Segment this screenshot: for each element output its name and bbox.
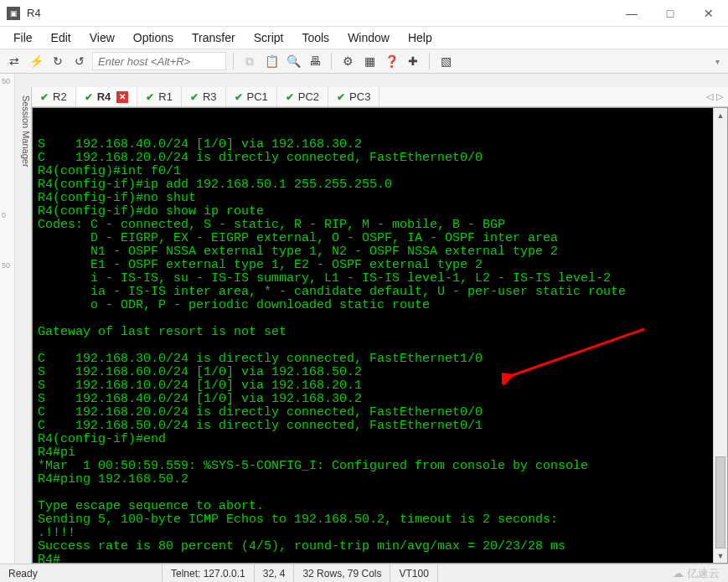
- watermark-text: 亿速云: [687, 566, 720, 581]
- settings-icon[interactable]: ⚙: [338, 52, 357, 70]
- check-icon: ✔: [235, 91, 243, 103]
- paste-icon[interactable]: 📋: [262, 52, 281, 70]
- help-icon[interactable]: ❓: [382, 52, 400, 70]
- scroll-down-icon[interactable]: ▼: [714, 549, 727, 563]
- minimize-button[interactable]: —: [612, 0, 651, 27]
- extra-icon[interactable]: ▧: [436, 52, 455, 70]
- status-bar: Ready Telnet: 127.0.0.1 32, 4 32 Rows, 7…: [0, 564, 728, 582]
- quick-icon[interactable]: ⚡: [27, 52, 45, 70]
- terminal-output[interactable]: S 192.168.40.0/24 [1/0] via 192.168.30.2…: [33, 108, 713, 563]
- menu-transfer[interactable]: Transfer: [192, 31, 235, 44]
- ruler-tick: 50: [2, 77, 10, 85]
- ruler-tick: 50: [2, 261, 10, 270]
- copy-icon[interactable]: ⧉: [240, 52, 259, 70]
- tab-nav-right-icon[interactable]: ▷: [716, 91, 723, 102]
- terminal-pane: S 192.168.40.0/24 [1/0] via 192.168.30.2…: [32, 107, 728, 564]
- menu-script[interactable]: Script: [254, 31, 284, 44]
- status-connection: Telnet: 127.0.0.1: [163, 564, 255, 582]
- terminal-text: S 192.168.40.0/24 [1/0] via 192.168.30.2…: [38, 138, 708, 563]
- window-title: R4: [27, 7, 41, 19]
- scroll-up-icon[interactable]: ▲: [714, 108, 727, 122]
- toolbar-overflow-icon[interactable]: ▾: [712, 57, 723, 66]
- tab-pc2[interactable]: ✔PC2: [277, 87, 328, 106]
- tab-label: PC3: [349, 90, 370, 103]
- status-ready: Ready: [0, 564, 163, 582]
- tab-r3[interactable]: ✔R3: [182, 87, 226, 106]
- close-tab-icon[interactable]: ✕: [116, 91, 128, 103]
- window-controls: — □ ✕: [612, 0, 728, 27]
- check-icon: ✔: [40, 91, 49, 103]
- watermark: ☁ 亿速云: [673, 566, 728, 581]
- tab-r1[interactable]: ✔R1: [137, 87, 182, 106]
- sessions-icon[interactable]: ▦: [360, 52, 379, 70]
- session-manager-strip[interactable]: Session Manager: [15, 87, 32, 564]
- menu-bar: File Edit View Options Transfer Script T…: [0, 27, 728, 49]
- menu-file[interactable]: File: [13, 31, 33, 44]
- tab-label: PC1: [247, 90, 268, 103]
- reconnect-icon[interactable]: ↻: [49, 52, 67, 70]
- find-icon[interactable]: 🔍: [284, 52, 302, 70]
- new-icon[interactable]: ✚: [404, 52, 422, 70]
- tab-label: PC2: [298, 90, 319, 103]
- title-bar: ▣ R4 — □ ✕: [0, 0, 728, 27]
- tab-label: R3: [203, 90, 217, 103]
- tab-r4[interactable]: ✔R4✕: [76, 87, 138, 106]
- tab-pc1[interactable]: ✔PC1: [226, 87, 277, 106]
- tab-label: R4: [97, 90, 111, 103]
- tab-nav: ◁ ▷: [701, 87, 728, 106]
- maximize-button[interactable]: □: [651, 0, 689, 27]
- scroll-thumb[interactable]: [715, 456, 725, 549]
- status-emulation: VT100: [390, 564, 437, 582]
- host-input[interactable]: [92, 52, 226, 70]
- ruler-tick: 0: [2, 211, 6, 219]
- menu-help[interactable]: Help: [408, 31, 432, 44]
- menu-view[interactable]: View: [90, 31, 115, 44]
- status-cursor-pos: 32, 4: [255, 564, 295, 582]
- toolbar: ⇄ ⚡ ↻ ↺ ⧉ 📋 🔍 🖶 ⚙ ▦ ❓ ✚ ▧ ▾: [0, 49, 728, 74]
- menu-window[interactable]: Window: [348, 31, 390, 44]
- watermark-icon: ☁: [673, 567, 684, 579]
- check-icon: ✔: [146, 91, 154, 103]
- menu-edit[interactable]: Edit: [51, 31, 71, 44]
- check-icon: ✔: [85, 91, 93, 103]
- close-window-button[interactable]: ✕: [689, 0, 728, 27]
- toolbar-separator: [429, 53, 430, 70]
- menu-options[interactable]: Options: [133, 31, 173, 44]
- tab-r2[interactable]: ✔R2: [32, 87, 76, 106]
- check-icon: ✔: [190, 91, 199, 103]
- tab-label: R1: [158, 90, 173, 103]
- disconnect-icon[interactable]: ↺: [70, 52, 89, 70]
- app-icon: ▣: [7, 7, 20, 20]
- tab-nav-left-icon[interactable]: ◁: [706, 91, 713, 102]
- terminal-scrollbar[interactable]: ▲ ▼: [713, 108, 727, 563]
- tab-pc3[interactable]: ✔PC3: [328, 87, 379, 106]
- toolbar-separator: [233, 53, 234, 70]
- left-ruler: 50 0 50: [0, 74, 15, 564]
- status-size: 32 Rows, 79 Cols: [294, 564, 390, 582]
- check-icon: ✔: [286, 91, 294, 103]
- menu-tools[interactable]: Tools: [302, 31, 329, 44]
- connect-icon[interactable]: ⇄: [5, 52, 23, 70]
- check-icon: ✔: [337, 91, 345, 103]
- tab-strip: ✔R2✔R4✕✔R1✔R3✔PC1✔PC2✔PC3 ◁ ▷: [32, 87, 728, 107]
- print-icon[interactable]: 🖶: [306, 52, 324, 70]
- toolbar-separator: [331, 53, 332, 70]
- tab-label: R2: [53, 90, 67, 103]
- session-manager-label: Session Manager: [21, 95, 31, 167]
